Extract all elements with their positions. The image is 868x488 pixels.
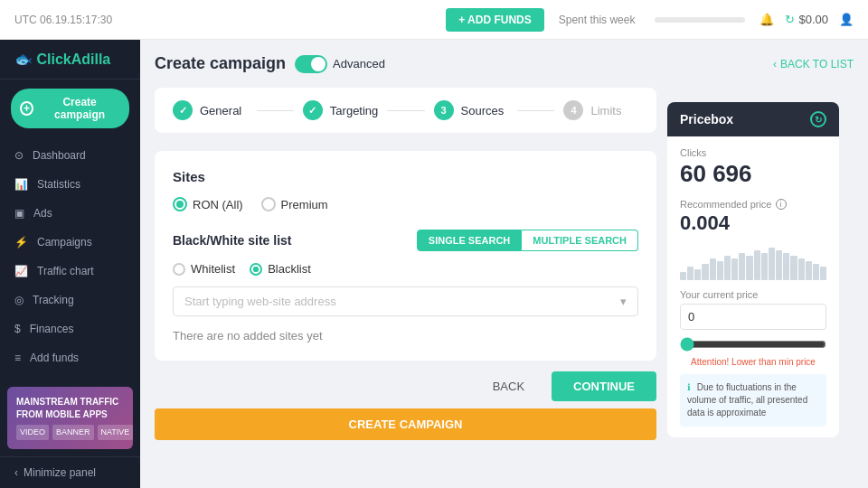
spent-progress-bar (655, 17, 745, 23)
chart-bar (783, 253, 789, 280)
multiple-search-button[interactable]: MULTIPLE SEARCH (522, 230, 638, 251)
price-slider[interactable] (680, 337, 826, 352)
toggle-track[interactable] (295, 55, 327, 73)
sidebar-item-ads[interactable]: ▣ Ads (0, 199, 140, 228)
finances-icon: $ (14, 323, 21, 335)
step-targeting[interactable]: ✓ Targeting (303, 100, 378, 120)
pricebox-refresh-button[interactable]: ↻ (810, 111, 826, 127)
rec-price-value: 0.004 (680, 211, 826, 235)
sidebar-banner: MAINSTREAM TRAFFIC from mobile apps VIDE… (7, 387, 133, 449)
whitelist-radio[interactable]: Whitelist (173, 262, 235, 276)
sidebar-item-dashboard[interactable]: ⊙ Dashboard (0, 141, 140, 170)
chart-bar (820, 267, 826, 280)
sidebar-item-statistics[interactable]: 📊 Statistics (0, 170, 140, 199)
main-header: Create campaign Advanced ‹ BACK TO LIST (155, 54, 854, 73)
single-search-button[interactable]: SINGLE SEARCH (417, 230, 522, 251)
sidebar-item-campaigns[interactable]: ⚡ Campaigns (0, 228, 140, 257)
tracking-icon: ◎ (14, 294, 24, 306)
user-icon[interactable]: 👤 (839, 13, 854, 26)
sidebar-item-add-funds[interactable]: ≡ Add funds (0, 343, 140, 372)
ron-radio-circle (173, 197, 187, 211)
sidebar-item-finances[interactable]: $ Finances (0, 314, 140, 343)
step-1-circle: ✓ (173, 100, 193, 120)
bell-icon[interactable]: 🔔 (760, 13, 774, 26)
balance-display: ↻ $0.00 (785, 13, 828, 26)
add-funds-button[interactable]: ADD FUNDS (446, 8, 544, 32)
chart-bar (769, 248, 775, 280)
advanced-toggle[interactable]: Advanced (295, 55, 385, 73)
step-2-circle: ✓ (303, 100, 323, 120)
site-input-dropdown[interactable]: Start typing web-site address ▾ (173, 286, 638, 316)
bw-radio-tabs: Whitelist Blacklist (173, 262, 638, 276)
traffic-icon: 📈 (14, 265, 28, 277)
chevron-left-icon: ‹ (14, 466, 18, 479)
campaigns-icon: ⚡ (14, 236, 28, 249)
chart-bar (798, 258, 805, 280)
premium-radio-circle (261, 197, 276, 211)
create-campaign-button[interactable]: + Create campaign (11, 89, 129, 128)
chart-bar (790, 256, 797, 280)
step-limits[interactable]: 4 Limits (563, 100, 638, 120)
advanced-label: Advanced (333, 57, 385, 70)
bw-title: Black/White site list (173, 233, 291, 248)
create-campaign-action-button[interactable]: CREATE CAMPAIGN (155, 408, 656, 440)
pricebox: Pricebox ↻ Clicks 60 696 Recommended pri… (667, 102, 839, 437)
blacklist-dot (253, 267, 259, 272)
main-content-area: ✓ General ✓ Targeting 3 Sources (155, 88, 854, 452)
minimize-panel-button[interactable]: ‹ Minimize panel (0, 456, 140, 488)
step-divider-3 (517, 110, 554, 111)
plus-icon: + (20, 101, 33, 116)
toggle-thumb (311, 57, 326, 71)
step-2-label: Targeting (330, 104, 378, 117)
whitelist-radio-circle (173, 263, 185, 276)
steps-bar: ✓ General ✓ Targeting 3 Sources (155, 88, 656, 133)
chart-bar (739, 253, 745, 280)
back-button[interactable]: BACK (475, 371, 542, 401)
chart-bar (761, 253, 768, 280)
premium-radio[interactable]: Premium (261, 197, 328, 211)
refresh-icon[interactable]: ↻ (785, 13, 795, 26)
utc-label: UTC 06.19.15:17:30 (14, 14, 431, 26)
rec-price-info-icon[interactable]: i (776, 199, 787, 210)
sidebar-nav: ⊙ Dashboard 📊 Statistics ▣ Ads ⚡ Campaig… (0, 137, 140, 380)
site-input-placeholder: Start typing web-site address (184, 295, 336, 308)
topbar-icons: 🔔 ↻ $0.00 👤 (760, 13, 854, 26)
clicks-value: 60 696 (680, 160, 826, 188)
blacklist-radio[interactable]: Blacklist (250, 262, 311, 276)
no-sites-message: There are no added sites yet (173, 329, 638, 343)
chart-bar (731, 258, 738, 280)
sidebar-item-traffic[interactable]: 📈 Traffic chart (0, 257, 140, 286)
step-3-circle: 3 (434, 100, 454, 120)
banner-traffic-label: MAINSTREAM TRAFFIC (16, 396, 124, 408)
pricebox-body: Clicks 60 696 Recommended price i 0.004 … (667, 136, 839, 437)
add-funds-nav-icon: ≡ (14, 352, 21, 364)
ads-icon: ▣ (14, 207, 24, 220)
step-divider-2 (387, 110, 424, 111)
search-mode-buttons: SINGLE SEARCH MULTIPLE SEARCH (417, 230, 638, 251)
pricebox-header: Pricebox ↻ (667, 102, 839, 136)
chart-bar (754, 250, 760, 280)
banner-types: VIDEO BANNER NATIVE (16, 425, 124, 440)
price-warning: Attention! Lower than min price (680, 357, 826, 367)
dashboard-icon: ⊙ (14, 149, 24, 162)
chart-bar (717, 261, 723, 280)
step-4-circle: 4 (563, 100, 583, 120)
step-general[interactable]: ✓ General (173, 100, 248, 120)
step-3-label: Sources (461, 104, 505, 117)
sites-title: Sites (173, 169, 638, 184)
chart-bar (687, 267, 693, 280)
chart-bar (724, 256, 731, 280)
ron-radio[interactable]: RON (All) (173, 197, 243, 211)
chart-bar (776, 250, 782, 280)
banner-sub-label: from mobile apps (16, 408, 124, 421)
continue-button[interactable]: CONTINUE (552, 371, 656, 401)
sidebar-item-tracking[interactable]: ◎ Tracking (0, 286, 140, 314)
page-title-area: Create campaign Advanced (155, 54, 385, 73)
price-input[interactable] (680, 304, 826, 330)
spent-label: Spent this week (559, 14, 636, 26)
back-to-list-button[interactable]: ‹ BACK TO LIST (773, 58, 854, 70)
dropdown-chevron-icon: ▾ (620, 295, 627, 308)
price-chart (680, 244, 826, 280)
step-sources[interactable]: 3 Sources (434, 100, 509, 120)
sites-card: Sites RON (All) Premium Black/White site… (155, 151, 656, 361)
